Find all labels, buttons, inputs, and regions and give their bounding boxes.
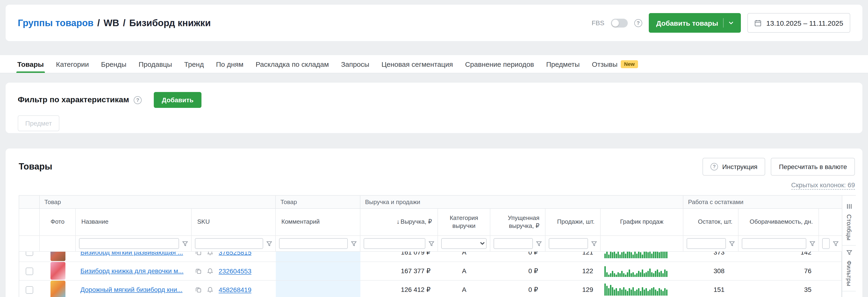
revenue-category-value: A bbox=[438, 280, 490, 297]
filter-funnel-icon[interactable] bbox=[429, 241, 434, 246]
product-name-link[interactable]: Бизиборд мягкий развивающая ... bbox=[81, 252, 183, 256]
col-revenue-category[interactable]: Категория выручки bbox=[438, 208, 490, 236]
sku-link[interactable]: 458268419 bbox=[219, 286, 251, 294]
filter-funnel-icon[interactable] bbox=[729, 241, 735, 246]
chevron-down-icon bbox=[729, 22, 734, 24]
tabs-bar: ТоварыКатегорииБрендыПродавцыТрендПо дня… bbox=[0, 55, 868, 73]
hidden-columns-link[interactable]: Скрытых колонок: 69 bbox=[791, 181, 855, 190]
product-name-link[interactable]: Дорожный мягкий бизиборд кни... bbox=[81, 286, 183, 293]
breadcrumb-groups-link[interactable]: Группы товаров bbox=[18, 18, 93, 28]
product-photo[interactable] bbox=[50, 252, 65, 261]
filters-panel-tab[interactable]: Фильтры bbox=[842, 245, 856, 291]
sku-link[interactable]: 232604553 bbox=[219, 267, 251, 275]
products-section: Товары ? Инструкция Пересчитать в валюте… bbox=[6, 148, 862, 297]
sku-filter-input[interactable] bbox=[195, 238, 263, 249]
group-empty bbox=[19, 195, 39, 208]
tab-продавцы[interactable]: Продавцы bbox=[132, 55, 178, 73]
sku-link[interactable]: 376525815 bbox=[219, 252, 251, 256]
recalculate-currency-button[interactable]: Пересчитать в валюте bbox=[771, 158, 855, 175]
comment-cell[interactable] bbox=[276, 280, 361, 297]
date-range-value: 13.10.2025 – 11.11.2025 bbox=[766, 19, 843, 27]
bell-icon[interactable] bbox=[207, 287, 213, 293]
columns-panel-tab[interactable]: Столбцы bbox=[842, 199, 856, 245]
col-comment[interactable]: Комментарий bbox=[276, 208, 360, 236]
tab-по-дням[interactable]: По дням bbox=[210, 55, 250, 73]
bell-icon[interactable] bbox=[207, 268, 213, 274]
tab-категории[interactable]: Категории bbox=[50, 55, 95, 73]
revenue-category-filter-select[interactable] bbox=[441, 238, 487, 249]
help-icon: ? bbox=[711, 163, 718, 170]
stock-value: 308 bbox=[683, 262, 739, 280]
export-table-button[interactable] bbox=[842, 291, 856, 297]
filter-add-button[interactable]: Добавить bbox=[154, 92, 202, 108]
breadcrumb-current: Бизиборд книжки bbox=[129, 18, 211, 28]
date-range-picker[interactable]: 13.10.2025 – 11.11.2025 bbox=[748, 13, 850, 33]
turnover-value: 142 bbox=[739, 252, 819, 262]
tab-предметы[interactable]: Предметы bbox=[540, 55, 586, 73]
instruction-button[interactable]: ? Инструкция bbox=[703, 158, 766, 175]
tab-label: Продавцы bbox=[138, 60, 172, 68]
add-products-button[interactable]: Добавить товары bbox=[649, 13, 741, 33]
revenue-filter-input[interactable] bbox=[364, 238, 425, 249]
tab-ценовая-сегментация[interactable]: Ценовая сегментация bbox=[375, 55, 459, 73]
lost-revenue-value: 0 ₽ bbox=[490, 280, 546, 297]
subject-chip: Предмет bbox=[18, 116, 59, 131]
tab-label: Сравнение периодов bbox=[465, 60, 534, 68]
col-lost-revenue[interactable]: Упущенная выручка, ₽ bbox=[490, 208, 545, 236]
copy-icon[interactable] bbox=[195, 287, 202, 293]
copy-icon[interactable] bbox=[195, 252, 202, 256]
tab-запросы[interactable]: Запросы bbox=[335, 55, 375, 73]
col-sku[interactable]: SKU bbox=[191, 208, 276, 236]
filter-funnel-icon[interactable] bbox=[536, 241, 542, 246]
stock-value: 373 bbox=[683, 252, 739, 262]
comment-cell[interactable] bbox=[276, 262, 361, 280]
group-product-2: Товар bbox=[276, 195, 360, 208]
filter-funnel-icon[interactable] bbox=[810, 241, 815, 246]
sales-filter-input[interactable] bbox=[549, 238, 588, 249]
row-checkbox[interactable] bbox=[26, 252, 33, 256]
breadcrumb-separator: / bbox=[123, 18, 125, 28]
funnel-icon bbox=[846, 249, 852, 257]
col-sales[interactable]: Продажи, шт. bbox=[545, 208, 600, 236]
col-stock[interactable]: Остаток, шт. bbox=[683, 208, 738, 236]
product-photo[interactable] bbox=[50, 280, 65, 297]
tab-отзывы[interactable]: ОтзывыNew bbox=[586, 55, 644, 73]
row-checkbox[interactable] bbox=[26, 267, 33, 275]
product-photo[interactable] bbox=[50, 262, 65, 280]
lost-revenue-value: 0 ₽ bbox=[490, 252, 546, 262]
filter-help-icon[interactable]: ? bbox=[134, 96, 142, 104]
comment-filter-input[interactable] bbox=[279, 238, 348, 249]
col-name[interactable]: Название bbox=[75, 208, 191, 236]
tab-бренды[interactable]: Бренды bbox=[95, 55, 132, 73]
filter-funnel-icon[interactable] bbox=[182, 241, 188, 246]
fbs-toggle[interactable] bbox=[611, 19, 628, 27]
filter-funnel-icon[interactable] bbox=[351, 241, 356, 246]
sort-desc-icon: ↓ bbox=[397, 218, 400, 225]
comment-cell[interactable] bbox=[276, 252, 361, 262]
stock-filter-input[interactable] bbox=[687, 238, 726, 249]
product-name-link[interactable]: Бизиборд книжка для девочки м... bbox=[81, 267, 183, 274]
table-body-scroll[interactable]: Бизиборд мягкий развивающая ... 37652581… bbox=[19, 252, 842, 297]
col-turnover[interactable]: Оборачиваемость, дн. bbox=[738, 208, 819, 236]
turnover-filter-input[interactable] bbox=[742, 238, 806, 249]
row-checkbox[interactable] bbox=[26, 286, 33, 294]
bell-icon[interactable] bbox=[207, 252, 213, 256]
lost-revenue-filter-input[interactable] bbox=[494, 238, 533, 249]
tab-тренд[interactable]: Тренд bbox=[178, 55, 210, 73]
clipped-filter-input[interactable] bbox=[822, 238, 830, 249]
filter-funnel-icon[interactable] bbox=[591, 241, 597, 246]
lost-revenue-value: 0 ₽ bbox=[490, 262, 546, 280]
filter-funnel-icon[interactable] bbox=[267, 241, 272, 246]
col-revenue[interactable]: ↓Выручка, ₽ bbox=[360, 208, 438, 236]
filter-funnel-icon[interactable] bbox=[833, 241, 839, 246]
fbs-help-icon[interactable]: ? bbox=[634, 19, 642, 27]
col-sales-chart: График продаж bbox=[600, 208, 683, 236]
tab-товары[interactable]: Товары bbox=[11, 55, 50, 73]
sales-sparkline bbox=[604, 284, 680, 296]
revenue-value: 161 079 ₽ bbox=[361, 252, 438, 262]
copy-icon[interactable] bbox=[195, 268, 202, 274]
tab-сравнение-периодов[interactable]: Сравнение периодов bbox=[459, 55, 540, 73]
tab-раскладка-по-складам[interactable]: Раскладка по складам bbox=[250, 55, 335, 73]
table-filter-row bbox=[19, 236, 842, 252]
name-filter-input[interactable] bbox=[79, 238, 179, 249]
